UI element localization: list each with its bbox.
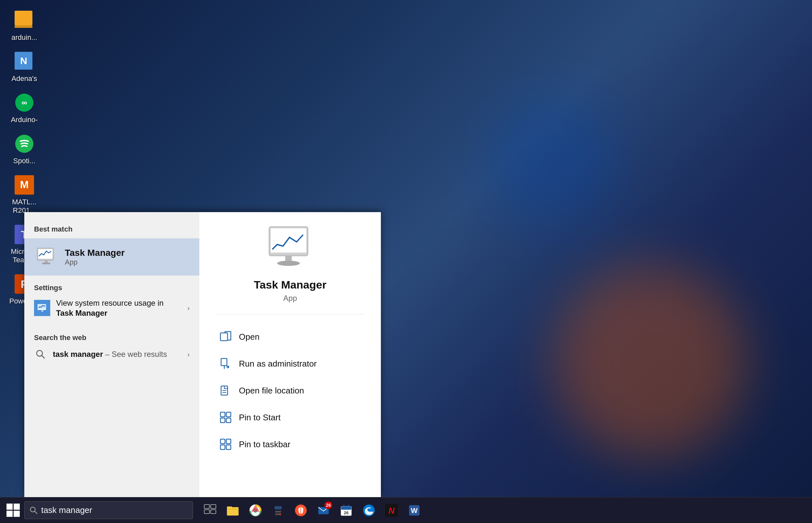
svg-text:∞: ∞: [21, 98, 27, 107]
web-item-text-0: task manager – See web results: [53, 350, 182, 359]
svg-rect-65: [341, 506, 351, 510]
svg-point-57: [277, 511, 279, 512]
start-button[interactable]: [3, 501, 23, 520]
taskbar-search-box[interactable]: [24, 501, 193, 519]
svg-point-56: [275, 511, 277, 512]
svg-rect-51: [227, 506, 232, 509]
desktop-icon-arduino2[interactable]: ∞ Arduino-: [3, 89, 46, 127]
settings-section: Settings View system resource usage in T…: [24, 277, 200, 327]
open-icon: [219, 330, 232, 344]
taskbar-edge[interactable]: [358, 500, 379, 521]
svg-text:W: W: [411, 506, 417, 515]
web-section: Search the web task manager – See web re…: [24, 327, 200, 370]
open-label: Open: [239, 332, 260, 342]
taskbar-brave[interactable]: [290, 500, 311, 521]
search-input[interactable]: [41, 505, 188, 515]
svg-rect-20: [40, 311, 45, 312]
action-run-admin[interactable]: Run as administrator: [215, 351, 365, 376]
best-match-app-name: Task Manager: [65, 248, 125, 258]
svg-rect-38: [221, 445, 225, 450]
search-right-panel: Task Manager App Open: [200, 212, 381, 497]
taskbar-netflix[interactable]: N: [381, 500, 402, 521]
taskbar-file-explorer[interactable]: [222, 500, 243, 521]
pin-taskbar-label: Pin to taskbar: [239, 439, 291, 450]
desktop-icon-adenas[interactable]: N Adena's: [3, 48, 46, 86]
desktop-icon-spotify[interactable]: Spoti...: [3, 130, 46, 168]
taskbar-calculator[interactable]: [267, 500, 289, 521]
search-left-panel: Best match Task Manager App: [24, 212, 200, 497]
action-pin-start[interactable]: Pin to Start: [215, 405, 365, 430]
svg-rect-39: [226, 445, 231, 450]
web-search-icon: [34, 348, 47, 361]
svg-rect-42: [6, 511, 13, 517]
svg-rect-15: [45, 260, 48, 263]
svg-rect-16: [42, 263, 50, 264]
actions-list: Open Run as administrator: [215, 324, 365, 457]
action-pin-taskbar[interactable]: Pin to taskbar: [215, 432, 365, 457]
svg-rect-19: [41, 310, 44, 311]
svg-point-26: [277, 261, 300, 266]
arduino2-icon: ∞: [13, 91, 36, 114]
best-match-app-type: App: [65, 258, 125, 267]
pin-start-label: Pin to Start: [239, 413, 281, 422]
adenas-icon: N: [13, 50, 36, 73]
search-panel: Best match Task Manager App: [24, 212, 381, 497]
svg-rect-28: [221, 359, 227, 366]
desktop-icon-arduino[interactable]: arduin...: [3, 6, 46, 44]
svg-rect-33: [226, 412, 231, 417]
settings-item-0[interactable]: View system resource usage in Task Manag…: [24, 292, 200, 324]
svg-rect-49: [211, 510, 216, 513]
app-type: App: [283, 294, 297, 303]
svg-rect-27: [221, 333, 227, 341]
svg-line-22: [41, 355, 45, 358]
svg-rect-48: [204, 510, 209, 513]
pin-start-icon: [219, 411, 232, 424]
web-item-0[interactable]: task manager – See web results ›: [24, 342, 200, 366]
web-chevron-0: ›: [187, 351, 190, 358]
svg-point-61: [279, 513, 281, 515]
spotify-icon: [13, 132, 36, 155]
file-location-icon: [219, 384, 232, 397]
svg-text:N: N: [388, 506, 395, 516]
matlab-icon: M: [13, 174, 36, 196]
svg-rect-41: [14, 504, 20, 510]
svg-rect-32: [221, 412, 225, 417]
taskbar-mail[interactable]: 26: [313, 500, 334, 521]
svg-point-59: [275, 513, 277, 515]
svg-rect-0: [15, 11, 32, 25]
svg-rect-47: [211, 505, 216, 508]
best-match-task-manager[interactable]: Task Manager App: [24, 238, 200, 275]
action-open[interactable]: Open: [215, 324, 365, 349]
web-suffix: – See web results: [105, 350, 167, 359]
settings-chevron-0: ›: [187, 304, 190, 312]
taskbar-task-view[interactable]: [200, 500, 221, 521]
taskbar: 26 26 N: [0, 497, 812, 523]
taskbar-chrome[interactable]: [245, 500, 266, 521]
svg-line-45: [35, 511, 37, 513]
taskbar-calendar[interactable]: 26: [335, 500, 357, 521]
svg-point-60: [277, 513, 279, 515]
task-manager-large-icon: [264, 225, 316, 270]
arduino-label: arduin...: [11, 33, 37, 42]
arduino-icon: [13, 9, 36, 32]
mail-badge: 26: [325, 501, 332, 509]
run-admin-label: Run as administrator: [239, 359, 317, 369]
spotify-label: Spoti...: [13, 157, 35, 165]
svg-rect-55: [275, 506, 282, 509]
action-open-location[interactable]: Open file location: [215, 378, 365, 403]
pin-taskbar-icon: [219, 437, 232, 451]
svg-rect-24: [271, 228, 306, 253]
task-manager-icon-small: [34, 245, 58, 269]
svg-rect-43: [14, 511, 20, 517]
svg-rect-34: [221, 418, 225, 422]
taskbar-word[interactable]: W: [403, 500, 425, 521]
svg-text:M: M: [20, 179, 29, 191]
desktop-icon-matlab[interactable]: M MATL... R201...: [3, 171, 46, 217]
svg-rect-37: [226, 439, 231, 444]
svg-text:N: N: [20, 55, 27, 66]
svg-rect-40: [6, 504, 13, 510]
svg-rect-46: [204, 505, 209, 508]
svg-rect-1: [15, 25, 32, 28]
taskbar-icons: 26 26 N: [194, 500, 809, 521]
svg-point-58: [279, 511, 281, 512]
